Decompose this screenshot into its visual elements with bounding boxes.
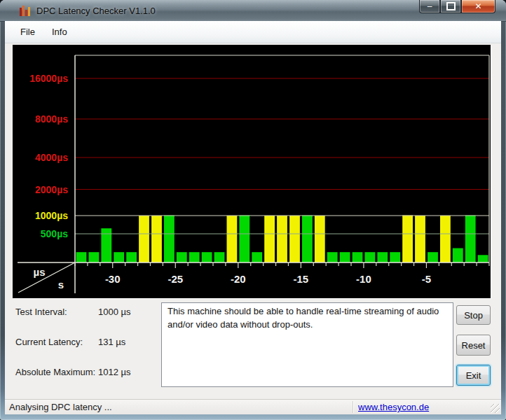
latency-bar [239, 216, 249, 262]
current-latency-value: 131 µs [98, 337, 125, 347]
axis-corner-diagonal [18, 262, 75, 293]
latency-bar [365, 252, 376, 262]
latency-bar [415, 216, 425, 262]
y-axis-label: 2000µs [35, 184, 68, 195]
client-area: File Info 500µs1000µs2000µs4000µs8000µs1… [5, 21, 501, 414]
latency-bar [139, 216, 149, 262]
latency-bar [390, 252, 400, 262]
maximize-button[interactable] [440, 0, 461, 13]
status-separator [353, 401, 353, 413]
x-axis-label: -25 [167, 273, 183, 285]
latency-bar [151, 216, 162, 262]
current-latency-label: Current Latency: [15, 337, 83, 347]
status-text: Analysing DPC latency ... [9, 402, 112, 412]
latency-bar [327, 252, 338, 262]
latency-chart: 500µs1000µs2000µs4000µs8000µs16000µsµss-… [13, 45, 491, 298]
menu-file[interactable]: File [12, 23, 43, 41]
latency-bar [440, 216, 451, 262]
latency-bar [277, 216, 287, 262]
x-axis-label: -10 [356, 273, 371, 285]
latency-bar [353, 252, 363, 262]
y-unit-label: µs [34, 266, 46, 278]
latency-bar [428, 252, 438, 262]
latency-bar [340, 252, 350, 262]
test-interval-label: Test Interval: [15, 307, 67, 317]
y-axis-label: 500µs [41, 228, 68, 239]
latency-bar [252, 252, 262, 262]
latency-bar [402, 216, 413, 262]
latency-bar [264, 216, 275, 262]
latency-bar [315, 216, 325, 262]
close-button[interactable]: ✕ [461, 0, 495, 13]
latency-bar [478, 255, 488, 262]
x-axis-label: -15 [294, 273, 309, 285]
app-window: DPC Latency Checker V1.1.0 – ✕ File Info… [0, 0, 506, 420]
minimize-button[interactable]: – [419, 0, 440, 13]
latency-bar [377, 252, 388, 262]
latency-bar [76, 252, 87, 262]
close-icon: ✕ [474, 2, 481, 10]
maximize-icon [446, 2, 456, 10]
latency-bar [189, 252, 200, 262]
x-axis-label: -30 [105, 273, 121, 285]
absolute-maximum-value: 1012 µs [98, 367, 131, 377]
latency-bar [302, 216, 313, 262]
latency-bar [164, 216, 175, 262]
latency-bar [114, 252, 124, 262]
latency-bar [465, 216, 476, 262]
latency-bar [177, 252, 187, 262]
result-message-box[interactable]: This machine should be able to handle re… [161, 302, 453, 387]
resize-grip[interactable] [491, 404, 500, 413]
menu-bar: File Info [5, 21, 501, 43]
latency-bar [214, 252, 225, 262]
y-axis-label: 1000µs [35, 210, 68, 221]
latency-bar [126, 252, 137, 262]
menu-info[interactable]: Info [43, 23, 76, 41]
y-axis-label: 4000µs [35, 152, 68, 163]
window-title: DPC Latency Checker V1.1.0 [36, 6, 156, 16]
stop-button[interactable]: Stop [456, 305, 491, 325]
x-axis-label: -5 [422, 273, 431, 285]
status-bar: Analysing DPC latency ... www.thesycon.d… [5, 399, 501, 414]
y-axis-label: 8000µs [35, 113, 68, 125]
y-axis-label: 16000µs [29, 73, 68, 84]
latency-bar [289, 216, 300, 262]
test-interval-value: 1000 µs [98, 307, 131, 317]
chart-panel: 500µs1000µs2000µs4000µs8000µs16000µsµss-… [13, 45, 491, 298]
latency-bar [453, 248, 463, 263]
thesycon-link[interactable]: www.thesycon.de [358, 402, 429, 412]
x-unit-label: s [58, 279, 64, 290]
exit-button[interactable]: Exit [456, 365, 491, 386]
latency-bar [89, 252, 100, 262]
x-axis-label: -20 [231, 273, 246, 285]
absolute-maximum-label: Absolute Maximum: [15, 367, 95, 377]
title-bar: DPC Latency Checker V1.1.0 – ✕ [0, 0, 506, 22]
minimize-icon: – [428, 2, 432, 10]
reset-button[interactable]: Reset [456, 335, 491, 356]
latency-bar [227, 216, 238, 262]
app-icon [20, 5, 31, 16]
latency-bar [202, 252, 212, 262]
window-controls: – ✕ [419, 0, 495, 14]
